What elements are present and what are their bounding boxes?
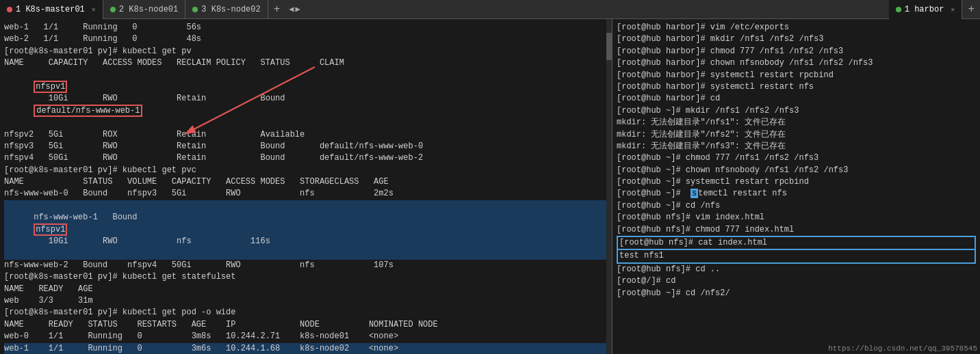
line-8: [root@k8s-master01 pv]# kubectl get pvc [4, 165, 608, 176]
r-line-1: [root@hub harbor]# mkdir /nfs1 /nfs2 /nf… [617, 33, 976, 45]
r-line-15: [root@hub ~]# cd /nfs [617, 200, 976, 212]
tab-bar: 1 K8s-master01 ✕ 2 K8s-node01 3 K8s-node… [0, 0, 980, 19]
r-line-13: [root@hub ~]# systemctl restart rpcbind [617, 176, 976, 188]
nav-right[interactable]: ▶ [296, 4, 300, 14]
r-line-6: [root@hub harbor]# cd [617, 93, 976, 105]
tab-label-harbor: 1 harbor [905, 5, 944, 14]
r-line-17: [root@hub nfs]# chmod 777 index.html [617, 224, 976, 236]
tab-close-k8s-master01[interactable]: ✕ [92, 5, 96, 14]
r-line-7: [root@hub ~]# mkdir /nfs1 /nfs2 /nfs3 [617, 105, 976, 117]
r-line-19: test nfs1 [617, 250, 976, 263]
tab-dot-green1 [110, 7, 116, 12]
r-line-0: [root@hub harbor]# vim /etc/exports [617, 22, 976, 33]
tab-add-left[interactable]: + [268, 0, 286, 19]
r-line-4: [root@hub harbor]# systemctl restart rpc… [617, 70, 976, 81]
left-terminal-panel[interactable]: web-1 1/1 Running 0 56s web-2 1/1 Runnin… [0, 19, 612, 354]
r-line-21: [root@/]# cd [617, 275, 976, 287]
line-14: NAME READY AGE [4, 284, 608, 295]
r-line-16: [root@hub nfs]# vim index.html [617, 212, 976, 223]
line-17: NAME READY STATUS RESTARTS AGE IP NODE N… [4, 319, 608, 331]
tab-label-k8s-node02: 3 K8s-node02 [201, 5, 260, 14]
line-18: web-0 1/1 Running 0 3m8s 10.244.2.71 k8s… [4, 331, 608, 342]
tab-nav: ◀ ▶ [285, 4, 303, 14]
line-15: web 3/3 31m [4, 295, 608, 307]
main-layout: web-1 1/1 Running 0 56s web-2 1/1 Runnin… [0, 19, 980, 354]
scrollbar[interactable] [606, 19, 612, 354]
line-5: nfspv2 5Gi ROX Retain Available [4, 129, 608, 141]
r-line-5: [root@hub harbor]# systemctl restart nfs [617, 81, 976, 93]
line-2: [root@k8s-master01 pv]# kubectl get pv [4, 46, 608, 57]
line-0: web-1 1/1 Running 0 56s [4, 22, 608, 33]
pvc-web1-rest: 10Gi RWO nfs 116s [34, 236, 270, 246]
line-1: web-2 1/1 Running 0 48s [4, 33, 608, 45]
pvc-web1-name: nfs-www-web-1 Bound [34, 213, 157, 222]
red-box-claim1: default/nfs-www-web-1 [34, 105, 142, 117]
line-6: nfspv3 5Gi RWO Retain Bound default/nfs-… [4, 141, 608, 152]
tab-label-k8s-master01: 1 K8s-master01 [16, 5, 85, 14]
line-4: nfspv1 10Gi RWO Retain Bound default/nfs… [4, 70, 608, 129]
line-9: NAME STATUS VOLUME CAPACITY ACCESS MODES… [4, 176, 608, 188]
right-terminal-panel[interactable]: [root@hub harbor]# vim /etc/exports [roo… [612, 19, 980, 354]
scrollbar-thumb[interactable] [606, 33, 612, 60]
r-line-11: [root@hub ~]# chmod 777 /nfs1 /nfs2 /nfs… [617, 152, 976, 164]
line-7: nfspv4 50Gi RWO Retain Bound default/nfs… [4, 152, 608, 164]
line-10: nfs-www-web-0 Bound nfspv3 5Gi RWO nfs 2… [4, 188, 608, 200]
tab-close-harbor[interactable]: ✕ [951, 5, 955, 14]
line-13: [root@k8s-master01 pv]# kubectl get stat… [4, 271, 608, 283]
r-line-22: [root@hub ~]# cd /nfs2/ [617, 288, 976, 299]
r-line-8: mkdir: 无法创建目录"/nfs1": 文件已存在 [617, 117, 976, 128]
red-box-nfspv1-vol: nfspv1 [34, 223, 67, 236]
tab-dot-green3 [896, 7, 901, 12]
r-line-2: [root@hub harbor]# chmod 777 /nfs1 /nfs2… [617, 46, 976, 57]
r-line-10: mkdir: 无法创建目录"/nfs3": 文件已存在 [617, 141, 976, 152]
nav-left[interactable]: ◀ [289, 4, 294, 14]
tab-k8s-node01[interactable]: 2 K8s-node01 [103, 0, 185, 19]
r-line-3: [root@hub harbor]# chown nfsnobody /nfs1… [617, 57, 976, 69]
line-16: [root@k8s-master01 pv]# kubectl get pod … [4, 307, 608, 318]
tab-k8s-node02[interactable]: 3 K8s-node02 [185, 0, 268, 19]
r-line-14: [root@hub ~]# stemctl restart nfs [617, 188, 976, 200]
watermark: https://blog.csdn.net/qq_39578545 [828, 344, 977, 353]
line-12: nfs-www-web-2 Bound nfspv4 50Gi RWO nfs … [4, 260, 608, 271]
tab-k8s-master01[interactable]: 1 K8s-master01 ✕ [0, 0, 103, 19]
red-box-nfspv1: nfspv1 [34, 81, 67, 93]
tab-add-right[interactable]: + [962, 0, 980, 19]
line-11: nfs-www-web-1 Bound nfspv1 10Gi RWO nfs … [4, 200, 608, 260]
r-line-9: mkdir: 无法创建目录"/nfs2": 文件已存在 [617, 129, 976, 141]
nfspv1-data: 10Gi RWO Retain Bound [34, 94, 320, 103]
r-line-18: [root@hub nfs]# cat index.html [617, 236, 976, 250]
tab-dot-red [7, 7, 12, 12]
tab-label-k8s-node01: 2 K8s-node01 [119, 5, 178, 14]
line-3: NAME CAPACITY ACCESS MODES RECLAIM POLIC… [4, 57, 608, 69]
tab-dot-green2 [192, 7, 198, 12]
r-line-12: [root@hub ~]# chown nfsnobody /nfs1 /nfs… [617, 165, 976, 176]
line-19: web-1 1/1 Running 0 3m6s 10.244.1.68 k8s… [4, 343, 608, 354]
r-line-20: [root@hub nfs]# cd .. [617, 264, 976, 275]
tab-harbor[interactable]: 1 harbor ✕ [889, 0, 963, 19]
